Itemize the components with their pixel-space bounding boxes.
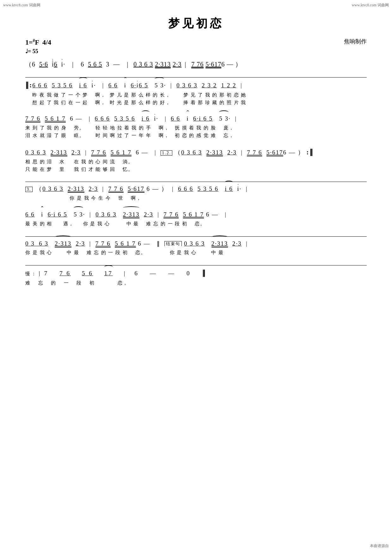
section-1c-lyrics1: 相 思 的 泪 水 在 我 的 心 间 流 淌。 — [25, 158, 367, 165]
key-signature: 1=#F 4/4 ♩= 55 — [25, 38, 51, 55]
section-final-notation: 0 3 6 3 2·313 2·3 | 7 7 6 5 6 1 7 6 — ‖ … — [25, 240, 367, 248]
section-1c-lyrics2: 只 能 在 梦 里 我 们 才 能 够 回 忆。 — [25, 166, 367, 173]
section-3: 3. （0 3 6 3 2·313 2·3 | 7 7 6 5·617 6 — … — [25, 185, 367, 202]
section-1b: 7 7 6 5 6 1 7 6 — | 6 6 6 5 3 5 6 i 6 i·… — [25, 115, 367, 139]
section-final: 0 3 6 3 2·313 2·3 | 7 7 6 5 6 1 7 6 — ‖ … — [25, 240, 367, 257]
intro-notation: （6 5·6 i·6 i·· | 6 5 6 5 3 — | 0 3 6 3 2… — [25, 60, 367, 68]
section-1b-lyrics2: 泪 水 就 湿 了 眼 眶。 时 间 啊 过 了 一 年 年 啊， 初 恋 的 … — [25, 132, 367, 139]
watermark-bottom-right: 本曲谱源自 — [370, 543, 389, 549]
intro-section: （6 5·6 i·6 i·· | 6 5 6 5 3 — | 0 3 6 3 2… — [25, 60, 367, 68]
section-1: ‖:6 6 6 5 3 5 6 i 6 i·· | 6 6 i 6·i·6 5 … — [25, 81, 367, 106]
section-slow-notation: 慢： 7 7 6 5 6 1·7 | 6 — — 0 ‖ — [25, 269, 367, 278]
section-slow-lyrics: 难 忘 的 一 段 初 恋。 — [25, 279, 367, 287]
section-3b-lyrics: 最 美 的 相 遇， 你 是 我 心 中 最 难 忘 的 一 段 初 恋。 — [25, 220, 367, 228]
section-3b: 6 6 i 6·i 6 5 5 3 · | 0 3 6 3 2·313 2·3 … — [25, 211, 367, 228]
section-final-lyrics: 你 是 我 心 中 最 难 忘 的 一 段 初 恋。 你 是 我 心 中 最 — [25, 249, 367, 256]
author: 焦响制作 — [344, 38, 367, 45]
watermark-top-left: www.ktvc8.com 词曲网 — [3, 3, 40, 8]
section-1c-notation: 0 3 6 3 2·313 2·3 | 7 7 6 5 6 1 7 6 — | … — [25, 148, 367, 157]
key-info: 1=#F 4/4 ♩= 55 焦响制作 — [25, 38, 367, 55]
section-1b-notation: 7 7 6 5 6 1 7 6 — | 6 6 6 5 3 5 6 i 6 i·… — [25, 115, 367, 123]
watermark-top-right: www.ktvc8.com 词曲网 — [352, 3, 389, 8]
section-1-lyrics1: 昨 夜 我 做 了 一 个 梦 啊， 梦 儿 是 那 么 样 的 长， 梦 见 … — [25, 91, 367, 99]
section-1-lyrics2: 想 起 了 我 们 在 一 起 啊， 时 光 是 那 么 样 的 好， 捧 着 … — [25, 99, 367, 106]
section-1b-lyrics1: 来 到 了 我 的 身 旁。 轻 轻 地 拉 着 我 的 手 啊， 抚 摸 着 … — [25, 124, 367, 132]
section-3-lyrics: 你 是 我 今 生 今 世 啊， — [25, 194, 367, 202]
section-1-notation: ‖:6 6 6 5 3 5 6 i 6 i·· | 6 6 i 6·i·6 5 … — [25, 81, 367, 90]
section-slow: 慢： 7 7 6 5 6 1·7 | 6 — — 0 ‖ 难 忘 的 一 段 初… — [25, 269, 367, 287]
section-3b-notation: 6 6 i 6·i 6 5 5 3 · | 0 3 6 3 2·313 2·3 … — [25, 211, 367, 219]
section-1c: 0 3 6 3 2·313 2·3 | 7 7 6 5 6 1 7 6 — | … — [25, 148, 367, 173]
section-3-notation: 3. （0 3 6 3 2·313 2·3 | 7 7 6 5·617 6 — … — [25, 185, 367, 193]
page-title: 梦见初恋 — [25, 16, 367, 31]
